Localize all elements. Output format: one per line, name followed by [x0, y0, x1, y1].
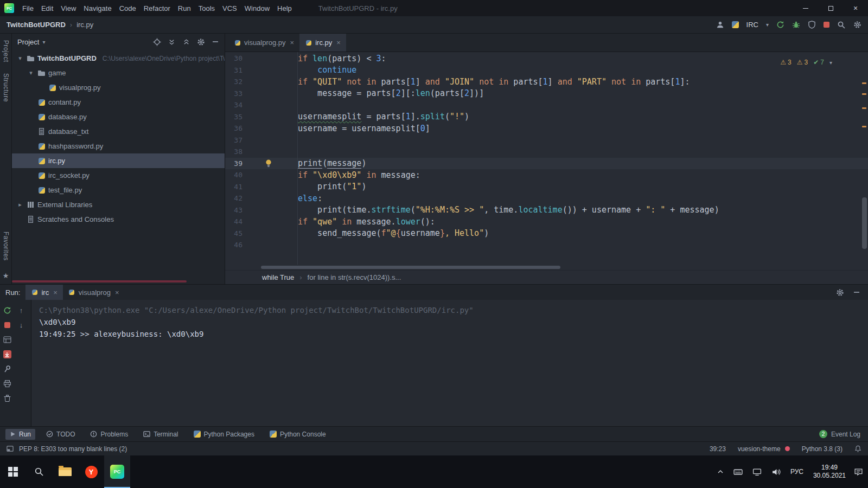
maximize-button[interactable]: [818, 0, 843, 16]
notifications-bell-icon[interactable]: [854, 445, 861, 452]
code-editor[interactable]: 30if len(parts) < 3:31 continue32if "QUI…: [225, 52, 868, 265]
tool-stripe-structure[interactable]: Structure: [2, 73, 10, 102]
start-button[interactable]: [0, 455, 26, 488]
close-button[interactable]: ×: [843, 0, 868, 16]
breadcrumb-for-line[interactable]: for line in str(s.recv(1024)).s...: [308, 273, 401, 281]
run-tab-visualprog[interactable]: visualprog×: [63, 285, 125, 300]
tree-item-twitchbotupgrd[interactable]: ▾TwitchBotUPGRDC:\Users\alexe\OneDrive\P…: [12, 51, 225, 66]
run-config-selector[interactable]: IRC: [746, 21, 758, 29]
run-console[interactable]: C:\Python38\python.exe "C:/Users/alexe/O…: [31, 300, 868, 426]
toolwindow-todo[interactable]: TODO: [42, 429, 79, 440]
inspections-widget[interactable]: ⚠3⚠3✔7▾: [780, 59, 832, 66]
stop-button[interactable]: [824, 22, 829, 28]
scrollbar-thumb[interactable]: [862, 197, 867, 249]
menu-run[interactable]: Run: [174, 2, 195, 15]
code-line-42[interactable]: 42else:: [225, 192, 868, 204]
run-tab-irc[interactable]: irc×: [25, 285, 62, 300]
expand-all-icon[interactable]: [168, 38, 176, 46]
caret-position[interactable]: 39:23: [710, 445, 726, 453]
volume-button[interactable]: [767, 455, 786, 488]
panel-settings-gear-icon[interactable]: [197, 38, 205, 46]
editor-tab-irc-py[interactable]: irc.py×: [299, 34, 346, 52]
settings-gear-icon[interactable]: [853, 21, 861, 29]
tree-item-database-txt[interactable]: database_txt: [12, 124, 225, 139]
tree-item-contant-py[interactable]: contant.py: [12, 95, 225, 110]
search-icon[interactable]: [837, 21, 846, 29]
scroll-end-icon[interactable]: [3, 350, 11, 358]
taskbar-search-button[interactable]: [26, 455, 52, 488]
inspection-warning-count[interactable]: ⚠3: [797, 59, 808, 66]
code-line-37[interactable]: 37: [225, 134, 868, 146]
code-line-36[interactable]: 36username = usernamesplit[0]: [225, 123, 868, 134]
tool-stripe-favorites[interactable]: Favorites: [2, 232, 10, 261]
scrollbar-thumb[interactable]: [261, 266, 560, 269]
editor-tab-visualprog-py[interactable]: visualprog.py×: [228, 34, 299, 52]
select-opened-file-icon[interactable]: [153, 38, 161, 46]
tree-item-database-py[interactable]: database.py: [12, 110, 225, 124]
toolwindow-problems[interactable]: Problems: [86, 429, 132, 440]
print-icon[interactable]: [3, 380, 11, 388]
hide-panel-icon[interactable]: [212, 38, 219, 46]
event-log-button[interactable]: 2 Event Log: [819, 430, 860, 438]
close-icon[interactable]: ×: [115, 288, 119, 297]
debug-button[interactable]: [792, 21, 800, 29]
close-icon[interactable]: ×: [290, 38, 295, 47]
taskbar-clock[interactable]: 19:49 30.05.2021: [808, 455, 849, 488]
menu-refactor[interactable]: Refactor: [140, 2, 174, 15]
pycharm-taskbar-button[interactable]: PC: [104, 455, 130, 488]
editor-vertical-scrollbar[interactable]: [860, 52, 868, 265]
run-config-icon[interactable]: [732, 21, 739, 28]
coverage-button[interactable]: [808, 21, 816, 29]
tree-item-irc-socket-py[interactable]: irc_socket.py: [12, 168, 225, 183]
code-line-39[interactable]: 39print(message): [225, 158, 868, 170]
close-icon[interactable]: ×: [53, 288, 58, 297]
tree-item-hashpassword-py[interactable]: hashpassword.py: [12, 139, 225, 153]
menu-navigate[interactable]: Navigate: [80, 2, 115, 15]
project-panel-title[interactable]: Project: [17, 38, 39, 46]
chevron-down-icon[interactable]: ▾: [766, 22, 769, 28]
tray-expand-button[interactable]: [712, 455, 729, 488]
tool-stripe-project[interactable]: Project: [2, 40, 10, 62]
breadcrumb-file[interactable]: irc.py: [76, 21, 93, 29]
interpreter-indicator[interactable]: Python 3.8 (3): [802, 445, 843, 453]
minimize-button[interactable]: [793, 0, 818, 16]
touch-keyboard-button[interactable]: [729, 455, 748, 488]
inspection-ok-count[interactable]: ✔7: [813, 59, 824, 66]
menu-vcs[interactable]: VCS: [219, 2, 241, 15]
yandex-browser-button[interactable]: Y: [78, 455, 104, 488]
code-line-30[interactable]: 30if len(parts) < 3:: [225, 53, 868, 65]
menu-edit[interactable]: Edit: [37, 2, 57, 15]
menu-code[interactable]: Code: [116, 2, 140, 15]
toolwindow-toggle-icon[interactable]: [7, 445, 14, 452]
menu-window[interactable]: Window: [241, 2, 273, 15]
code-line-46[interactable]: 46: [225, 239, 868, 251]
menu-tools[interactable]: Tools: [195, 2, 219, 15]
code-line-31[interactable]: 31 continue: [225, 65, 868, 76]
toolwindow-terminal[interactable]: Terminal: [139, 429, 182, 440]
chevron-down-icon[interactable]: ▾: [42, 39, 45, 45]
pin-icon[interactable]: [3, 365, 11, 373]
clear-icon[interactable]: [3, 394, 11, 402]
tree-item-scratches-and-consoles[interactable]: Scratches and Consoles: [12, 212, 225, 227]
tree-item-game[interactable]: ▾game: [12, 66, 225, 80]
stop-icon[interactable]: [4, 322, 10, 328]
inspection-warning-count[interactable]: ⚠3: [780, 59, 791, 66]
collapse-all-icon[interactable]: [182, 38, 190, 46]
code-line-41[interactable]: 41 print("1"): [225, 181, 868, 193]
breadcrumb-while-true[interactable]: while True: [262, 273, 294, 281]
menu-help[interactable]: Help: [273, 2, 296, 15]
menu-file[interactable]: File: [18, 2, 37, 15]
breadcrumb-project[interactable]: TwitchBotUPGRD: [7, 21, 66, 29]
rerun-icon[interactable]: [3, 306, 11, 314]
hide-run-panel-icon[interactable]: [853, 288, 860, 296]
chevron-down-icon[interactable]: ▾: [829, 60, 832, 66]
file-explorer-button[interactable]: [52, 455, 78, 488]
run-button[interactable]: [776, 21, 784, 29]
restore-layout-icon[interactable]: [3, 336, 11, 344]
theme-widget[interactable]: vuesion-theme: [738, 445, 790, 453]
tree-item-test-file-py[interactable]: test_file.py: [12, 183, 225, 197]
toolwindow-python-console[interactable]: Python Console: [265, 429, 330, 440]
tree-item-visualprog-py[interactable]: visualprog.py: [12, 80, 225, 95]
run-settings-gear-icon[interactable]: [836, 288, 844, 297]
code-line-44[interactable]: 44if "qwe" in message.lower():: [225, 216, 868, 228]
